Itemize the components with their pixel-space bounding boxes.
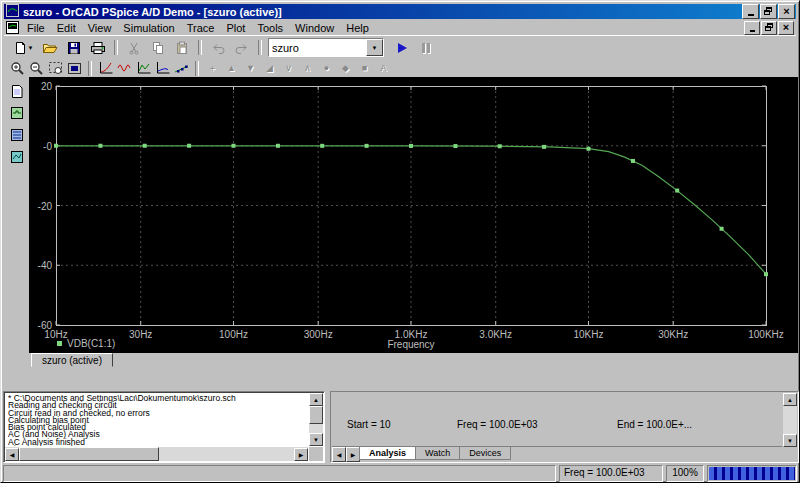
cursor-peak-button[interactable]: ▲ xyxy=(222,58,241,78)
document-icon[interactable] xyxy=(6,21,19,34)
copy-button[interactable] xyxy=(146,38,170,58)
menu-file[interactable]: File xyxy=(21,21,51,35)
zoom-fit-button[interactable] xyxy=(65,58,84,78)
restore-button[interactable] xyxy=(760,4,777,19)
x-axis-title: Frequency xyxy=(387,339,434,350)
toolbar-separator xyxy=(88,61,92,76)
run-button[interactable] xyxy=(390,38,414,58)
output-window[interactable]: * C:\Documents and Settings\Laci\Dokumen… xyxy=(3,391,325,463)
window-title: szuro - OrCAD PSpice A/D Demo - [szuro (… xyxy=(23,6,282,18)
output-file-icon xyxy=(10,84,24,99)
print-button[interactable] xyxy=(86,38,110,58)
fourier-icon xyxy=(117,61,132,76)
cursor-max-icon: ∧ xyxy=(304,64,311,73)
tab-analysis[interactable]: Analysis xyxy=(359,447,416,460)
cursor-point-button[interactable]: ● xyxy=(317,58,336,78)
menu-bar: File Edit View Simulation Trace Plot Too… xyxy=(4,20,796,35)
scroll-down-icon[interactable]: ▼ xyxy=(309,433,323,446)
view-results-button[interactable] xyxy=(6,147,28,167)
label-point-button[interactable]: A xyxy=(374,58,393,78)
cursor-max-button[interactable]: ∧ xyxy=(298,58,317,78)
trace-legend[interactable]: VDB(C1:1) xyxy=(57,338,115,349)
child-restore-button[interactable] xyxy=(761,21,777,35)
view-circuit-file-button[interactable] xyxy=(6,103,28,123)
cursor-min-button[interactable]: ∨ xyxy=(279,58,298,78)
scroll-left-icon[interactable]: ◀ xyxy=(5,448,19,461)
simulation-status-window: Start = 10 Freq = 100.0E+03 End = 100.0E… xyxy=(330,391,799,463)
sim-freq-value: Freq = 100.0E+03 xyxy=(457,419,538,430)
plot-frame: 10Hz30Hz100Hz300Hz1.0KHz3.0KHz10KHz30KHz… xyxy=(56,86,766,325)
mark-data-points-button[interactable] xyxy=(172,58,191,78)
restore-icon xyxy=(765,23,774,32)
status-bar: Freq = 100.0E+03 100% xyxy=(3,465,797,482)
menu-trace[interactable]: Trace xyxy=(181,21,221,35)
menu-view[interactable]: View xyxy=(82,21,118,35)
status-vertical-scrollbar[interactable]: ▲ ▼ xyxy=(783,393,797,447)
cursor-trough-button[interactable]: ▼ xyxy=(241,58,260,78)
menu-window[interactable]: Window xyxy=(289,21,340,35)
scrollbar-thumb[interactable] xyxy=(19,447,159,461)
child-minimize-button[interactable] xyxy=(744,21,760,35)
menu-edit[interactable]: Edit xyxy=(51,21,82,35)
scroll-down-icon[interactable]: ▼ xyxy=(783,434,797,447)
cursor-toggle-button[interactable]: ＋ xyxy=(203,58,222,78)
tab-devices[interactable]: Devices xyxy=(459,447,511,460)
title-bar[interactable]: szuro - OrCAD PSpice A/D Demo - [szuro (… xyxy=(4,4,796,19)
menu-tools[interactable]: Tools xyxy=(251,21,289,35)
scroll-right-icon[interactable]: ▶ xyxy=(294,448,308,461)
sim-end-value: End = 100.0E+... xyxy=(617,419,692,430)
new-file-dropdown-icon[interactable]: ▼ xyxy=(28,45,34,51)
new-file-button[interactable]: ▼ xyxy=(8,38,38,58)
cursor-slope-button[interactable]: ◢ xyxy=(260,58,279,78)
log-x-axis-button[interactable] xyxy=(96,58,115,78)
eval-goal-button[interactable]: ■ xyxy=(355,58,374,78)
tab-scroll-left-icon[interactable]: ◀ xyxy=(332,447,346,462)
log-y-axis-button[interactable] xyxy=(153,58,172,78)
paste-button[interactable] xyxy=(170,38,194,58)
simulation-profile-input[interactable] xyxy=(269,40,366,55)
redo-icon xyxy=(235,41,249,55)
zoom-in-icon xyxy=(10,61,25,76)
output-log: * C:\Documents and Settings\Laci\Dokumen… xyxy=(8,395,307,446)
restore-icon xyxy=(764,7,773,16)
menu-help[interactable]: Help xyxy=(340,21,375,35)
tab-scroll-right-icon[interactable]: ▶ xyxy=(346,447,360,462)
view-netlist-button[interactable] xyxy=(6,125,28,145)
scrollbar-thumb[interactable] xyxy=(309,406,323,424)
simulation-profile-combo[interactable]: ▼ xyxy=(268,38,384,57)
cursor-toggle-icon: ＋ xyxy=(208,64,217,73)
cursor-peak-icon: ▲ xyxy=(227,64,236,73)
minimize-button[interactable] xyxy=(742,4,759,19)
scroll-up-icon[interactable]: ▲ xyxy=(309,393,323,406)
progress-fill xyxy=(709,467,795,480)
undo-button[interactable] xyxy=(206,38,230,58)
tab-watch[interactable]: Watch xyxy=(415,447,460,460)
save-button[interactable] xyxy=(62,38,86,58)
scroll-up-icon[interactable]: ▲ xyxy=(783,393,797,406)
redo-button[interactable] xyxy=(230,38,254,58)
y-tick-label: -0 xyxy=(30,141,52,152)
zoom-out-icon xyxy=(29,61,44,76)
child-close-button[interactable]: × xyxy=(778,21,794,35)
zoom-out-button[interactable] xyxy=(27,58,46,78)
close-button[interactable]: × xyxy=(778,4,795,19)
open-file-button[interactable] xyxy=(38,38,62,58)
fourier-button[interactable] xyxy=(115,58,134,78)
plot-canvas[interactable]: 10Hz30Hz100Hz300Hz1.0KHz3.0KHz10KHz30KHz… xyxy=(29,77,798,353)
menu-simulation[interactable]: Simulation xyxy=(117,21,180,35)
cut-button[interactable] xyxy=(122,38,146,58)
zoom-area-button[interactable] xyxy=(46,58,65,78)
performance-analysis-button[interactable] xyxy=(134,58,153,78)
menu-plot[interactable]: Plot xyxy=(220,21,251,35)
app-icon xyxy=(6,4,19,19)
output-vertical-scrollbar[interactable]: ▲ ▼ xyxy=(309,393,323,446)
zoom-in-button[interactable] xyxy=(8,58,27,78)
output-horizontal-scrollbar[interactable]: ◀ ▶ xyxy=(5,447,308,461)
undo-icon xyxy=(211,41,225,55)
plot-tab[interactable]: szuro (active) xyxy=(31,353,113,367)
combo-dropdown-icon[interactable]: ▼ xyxy=(366,39,383,56)
status-tab-bar: ◀ ▶ Analysis Watch Devices xyxy=(332,446,782,461)
pause-button[interactable] xyxy=(414,38,438,58)
cursor-search-button[interactable]: ◆ xyxy=(336,58,355,78)
view-output-file-button[interactable] xyxy=(6,81,28,101)
